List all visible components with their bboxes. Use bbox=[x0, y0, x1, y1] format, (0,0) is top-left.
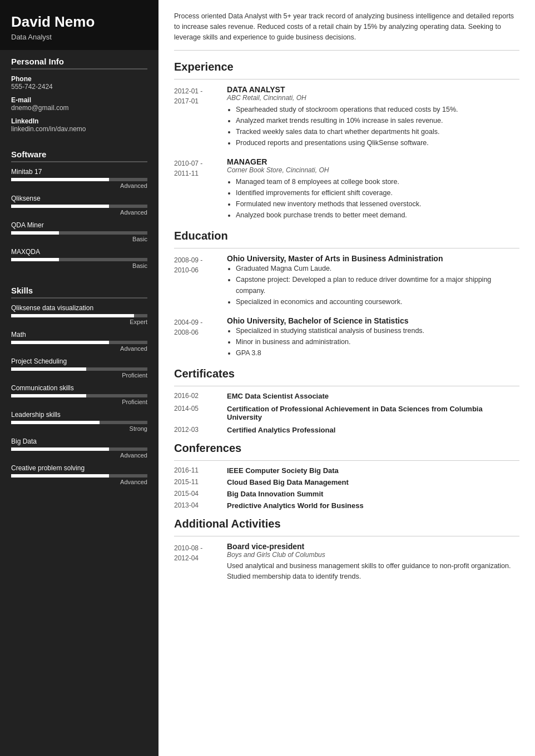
activity-board-vp: 2010-08 -2012-04 Board vice-president Bo… bbox=[174, 542, 519, 582]
education-title: Education bbox=[174, 230, 519, 242]
candidate-title: Data Analyst bbox=[11, 33, 147, 41]
experience-divider bbox=[174, 79, 519, 79]
skill-creative-problem-solving: Creative problem solving Advanced bbox=[11, 464, 147, 485]
additional-activities-title: Additional Activities bbox=[174, 518, 519, 530]
personal-info-title: Personal Info bbox=[11, 57, 147, 69]
cert-columbia: 2014-05 Certification of Professional Ac… bbox=[174, 405, 519, 421]
skill-big-data: Big Data Advanced bbox=[11, 437, 147, 459]
phone-value: 555-742-2424 bbox=[11, 83, 147, 91]
skill-math: Math Advanced bbox=[11, 331, 147, 352]
experience-section: Experience 2012-01 -2017-01 DATA ANALYST… bbox=[174, 61, 519, 221]
education-section: Education 2008-09 -2010-06 Ohio Universi… bbox=[174, 230, 519, 359]
skill-communication: Communication skills Proficient bbox=[11, 384, 147, 405]
conf-ieee: 2016-11 IEEE Computer Society Big Data bbox=[174, 466, 519, 475]
sidebar-header: David Nemo Data Analyst bbox=[0, 0, 158, 50]
linkedin-value: linkedin.com/in/dav.nemo bbox=[11, 125, 147, 133]
sidebar: David Nemo Data Analyst Personal Info Ph… bbox=[0, 0, 158, 756]
additional-activities-divider bbox=[174, 536, 519, 536]
main-content: Process oriented Data Analyst with 5+ ye… bbox=[158, 0, 535, 756]
conf-predictive-analytics: 2013-04 Predictive Analytics World for B… bbox=[174, 501, 519, 510]
software-minitab: Minitab 17 Advanced bbox=[11, 168, 147, 189]
education-divider bbox=[174, 248, 519, 248]
linkedin-label: LinkedIn bbox=[11, 117, 147, 125]
education-masters: 2008-09 -2010-06 Ohio University, Master… bbox=[174, 254, 519, 307]
experience-title: Experience bbox=[174, 61, 519, 73]
skill-project-scheduling: Project Scheduling Proficient bbox=[11, 357, 147, 379]
additional-activities-section: Additional Activities 2010-08 -2012-04 B… bbox=[174, 518, 519, 582]
skill-qliksense-viz: Qliksense data visualization Expert bbox=[11, 304, 147, 325]
experience-data-analyst: 2012-01 -2017-01 DATA ANALYST ABC Retail… bbox=[174, 85, 519, 148]
cert-emc: 2016-02 EMC Data Scientist Associate bbox=[174, 392, 519, 400]
personal-info-section: Personal Info Phone 555-742-2424 E-mail … bbox=[0, 50, 158, 143]
certificates-title: Certificates bbox=[174, 367, 519, 380]
phone-label: Phone bbox=[11, 75, 147, 83]
candidate-name: David Nemo bbox=[11, 13, 147, 31]
certificates-divider bbox=[174, 386, 519, 386]
email-label: E-mail bbox=[11, 96, 147, 104]
experience-manager: 2010-07 -2011-11 MANAGER Corner Book Sto… bbox=[174, 157, 519, 221]
software-section: Software Minitab 17 Advanced Qliksense A… bbox=[0, 143, 158, 279]
conf-cloud-big-data: 2015-11 Cloud Based Big Data Management bbox=[174, 478, 519, 486]
conferences-divider bbox=[174, 460, 519, 461]
skill-leadership: Leadership skills Strong bbox=[11, 411, 147, 432]
certificates-section: Certificates 2016-02 EMC Data Scientist … bbox=[174, 367, 519, 434]
contact-email: E-mail dnemo@gmail.com bbox=[11, 96, 147, 112]
conf-big-data-innovation: 2015-04 Big Data Innovation Summit bbox=[174, 490, 519, 498]
contact-phone: Phone 555-742-2424 bbox=[11, 75, 147, 91]
email-value: dnemo@gmail.com bbox=[11, 104, 147, 112]
contact-linkedin: LinkedIn linkedin.com/in/dav.nemo bbox=[11, 117, 147, 133]
cert-analytics-professional: 2012-03 Certified Analytics Professional bbox=[174, 426, 519, 434]
software-maxqda: MAXQDA Basic bbox=[11, 248, 147, 269]
skills-title: Skills bbox=[11, 286, 147, 299]
software-qliksense: Qliksense Advanced bbox=[11, 195, 147, 216]
education-bachelors: 2004-09 -2008-06 Ohio University, Bachel… bbox=[174, 316, 519, 359]
summary-text: Process oriented Data Analyst with 5+ ye… bbox=[174, 11, 519, 51]
skills-section: Skills Qliksense data visualization Expe… bbox=[0, 279, 158, 495]
conferences-section: Conferences 2016-11 IEEE Computer Societ… bbox=[174, 442, 519, 510]
software-title: Software bbox=[11, 150, 147, 162]
software-qda-miner: QDA Miner Basic bbox=[11, 221, 147, 242]
conferences-title: Conferences bbox=[174, 442, 519, 455]
